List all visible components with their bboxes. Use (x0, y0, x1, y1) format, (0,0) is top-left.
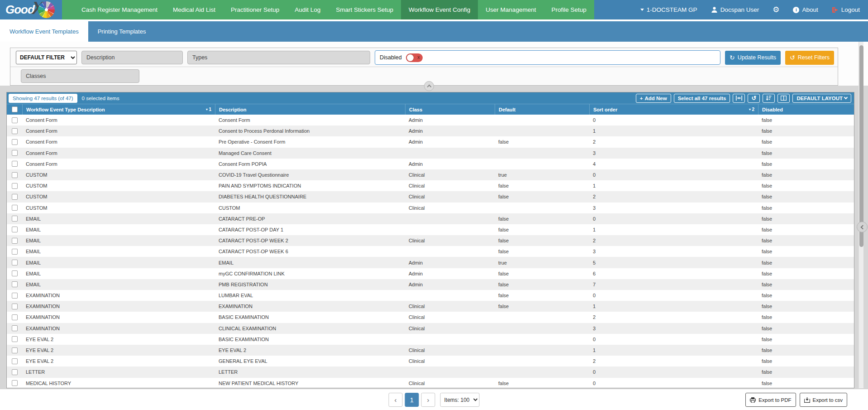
entity-selector[interactable]: 1-DOCSTEAM GP (640, 6, 697, 13)
table-row[interactable]: EMAILCATARACT POST-OP WEEK 6false3false (7, 246, 854, 257)
row-checkbox[interactable] (12, 270, 18, 276)
columns-button[interactable] (777, 94, 790, 103)
vertical-scrollbar-thumb[interactable] (859, 45, 863, 247)
description-filter-input[interactable] (81, 51, 183, 64)
table-row[interactable]: Consent FormConsent FormAdmin0false (7, 115, 854, 125)
goodx-logo[interactable]: GoodX (0, 0, 62, 19)
table-row[interactable]: CUSTOMCUSTOMClinical3false (7, 203, 854, 213)
table-row[interactable]: Consent FormConsent Form POPIAAdmin4fals… (7, 159, 854, 169)
add-new-button[interactable]: + Add New (636, 94, 671, 103)
toggle-x-mark: x (417, 54, 420, 60)
row-checkbox[interactable] (12, 380, 18, 386)
table-row[interactable]: EXAMINATIONLUMBAR EVALfalse0false (7, 290, 854, 301)
table-row[interactable]: EYE EVAL 2BASIC EXAMINATION0false (7, 334, 854, 345)
table-row[interactable]: EMAILPMB REGISTRATIONAdminfalse7false (7, 279, 854, 290)
table-row[interactable]: EXAMINATIONEXAMINATIONClinicalfalse1fals… (7, 301, 854, 312)
table-row[interactable]: Consent FormManaged Care Consent3false (7, 148, 854, 159)
logout-button[interactable]: Logout (832, 6, 860, 13)
row-checkbox[interactable] (12, 172, 18, 178)
collapse-filters-handle[interactable] (424, 81, 434, 91)
tab-printing-templates[interactable]: Printing Templates (88, 21, 156, 42)
row-checkbox[interactable] (12, 336, 18, 342)
disabled-toggle[interactable]: x (406, 53, 423, 62)
filter-preset-select[interactable]: DEFAULT FILTER (16, 51, 77, 64)
table-row[interactable]: EYE EVAL 2EYE EVAL 2Clinical1false (7, 345, 854, 356)
about-button[interactable]: i About (793, 6, 818, 13)
nav-item-audit-log[interactable]: Audit Log (287, 0, 328, 19)
layout-select-button[interactable]: DEFAULT LAYOUT (792, 94, 851, 103)
table-row[interactable]: EXAMINATIONBASIC EXAMINATIONClinical2fal… (7, 312, 854, 323)
gear-icon[interactable]: ⚙ (773, 6, 779, 14)
column-header-disabled[interactable]: Disabled (758, 104, 854, 115)
select-all-button[interactable]: Select all 47 results (674, 94, 730, 103)
row-checkbox[interactable] (12, 260, 18, 265)
row-checkbox[interactable] (12, 227, 18, 232)
prev-page-button[interactable]: ‹ (389, 393, 403, 407)
column-header-class[interactable]: Class (405, 104, 495, 115)
row-checkbox[interactable] (12, 314, 18, 320)
table-row[interactable]: Consent FormPre Operative - Consent Form… (7, 136, 854, 147)
row-checkbox[interactable] (12, 325, 18, 331)
row-checkbox[interactable] (12, 150, 18, 156)
export-csv-button[interactable]: Export to csv (800, 393, 847, 407)
table-row[interactable]: CUSTOMDIABETES HEALTH QUESTIONNAIREClini… (7, 191, 854, 202)
table-row[interactable]: EMAILCATARACT PRE-OPfalse0false (7, 213, 854, 224)
table-row[interactable]: EXAMINATIONCLINICAL EXAMINATIONClinical3… (7, 323, 854, 334)
nav-item-profile-setup[interactable]: Profile Setup (544, 0, 594, 19)
row-checkbox[interactable] (12, 358, 18, 364)
reset-filters-button[interactable]: ↺ Reset Filters (785, 51, 834, 65)
classes-filter-input[interactable] (21, 69, 139, 83)
nav-item-smart-stickers-setup[interactable]: Smart Stickers Setup (328, 0, 401, 19)
row-checkbox[interactable] (12, 161, 18, 167)
nav-item-medical-aid-list[interactable]: Medical Aid List (165, 0, 223, 19)
table-row[interactable]: Consent FormConsent to Process Perdonal … (7, 125, 854, 136)
nav-item-user-management[interactable]: User Management (478, 0, 544, 19)
side-panel-handle[interactable] (857, 222, 868, 232)
update-results-button[interactable]: ↻ Update Results (725, 51, 781, 65)
sort-button[interactable] (763, 94, 775, 103)
nav-item-cash-register-management[interactable]: Cash Register Management (74, 0, 165, 19)
row-checkbox[interactable] (12, 249, 18, 255)
next-page-button[interactable]: › (421, 393, 435, 407)
row-checkbox[interactable] (12, 183, 18, 189)
row-checkbox[interactable] (12, 293, 18, 299)
vertical-scrollbar-track[interactable] (858, 42, 863, 388)
table-row[interactable]: EMAILCATARACT POST-OP WEEK 2Clinicalfals… (7, 235, 854, 246)
user-menu[interactable]: Docspan User (711, 6, 759, 13)
cell-sort-order: 3 (589, 150, 758, 156)
table-row[interactable]: EYE EVAL 2GENERAL EYE EVALClinical2false (7, 356, 854, 367)
table-row[interactable]: LETTERLETTER0false (7, 367, 854, 377)
table-row[interactable]: EMAILEMAILAdmintrue5false (7, 257, 854, 268)
tab-workflow-event-templates[interactable]: Workflow Event Templates (0, 21, 88, 42)
table-row[interactable]: EMAILCATARACT POST-OP DAY 1false1false (7, 224, 854, 235)
column-header-description[interactable]: Description (215, 104, 405, 115)
nav-item-workflow-event-config[interactable]: Workflow Event Config (401, 0, 478, 19)
items-per-page-select[interactable]: Items: 100 (440, 393, 480, 407)
table-row[interactable]: CUSTOMCOVID-19 Travel QuestionnaireClini… (7, 169, 854, 180)
column-header-sort-order[interactable]: Sort order▼2 (589, 104, 758, 115)
export-pdf-button[interactable]: Export to PDF (745, 393, 796, 407)
types-filter-input[interactable] (187, 51, 370, 64)
nav-item-practitioner-setup[interactable]: Practitioner Setup (223, 0, 287, 19)
row-checkbox[interactable] (12, 304, 18, 309)
table-row[interactable]: EMAILmyGC CONFIRMATION LINKAdminfalse6fa… (7, 268, 854, 279)
row-checkbox[interactable] (12, 205, 18, 211)
column-header-workflow-event-type-description[interactable]: Workflow Event Type Description▼1 (22, 104, 215, 115)
row-checkbox[interactable] (12, 216, 18, 222)
cell-sort-order: 2 (589, 139, 758, 145)
row-checkbox[interactable] (12, 347, 18, 353)
row-checkbox[interactable] (12, 369, 18, 375)
table-row[interactable]: CUSTOMPAIN AND SYMPTOMS INDICATIONClinic… (7, 180, 854, 191)
fit-columns-button[interactable] (733, 94, 745, 103)
row-checkbox[interactable] (12, 281, 18, 287)
current-page-button[interactable]: 1 (405, 393, 419, 407)
row-checkbox[interactable] (12, 128, 18, 134)
row-checkbox[interactable] (12, 139, 18, 145)
refresh-table-button[interactable]: ↺ (748, 94, 760, 103)
row-checkbox[interactable] (12, 238, 18, 244)
row-checkbox[interactable] (12, 194, 18, 200)
header-checkbox[interactable] (12, 106, 18, 112)
column-header-default[interactable]: Default (495, 104, 589, 115)
row-checkbox[interactable] (12, 117, 18, 123)
table-row[interactable]: MEDICAL HISTORYNEW PATIENT MEDICAL HISTO… (7, 378, 854, 389)
